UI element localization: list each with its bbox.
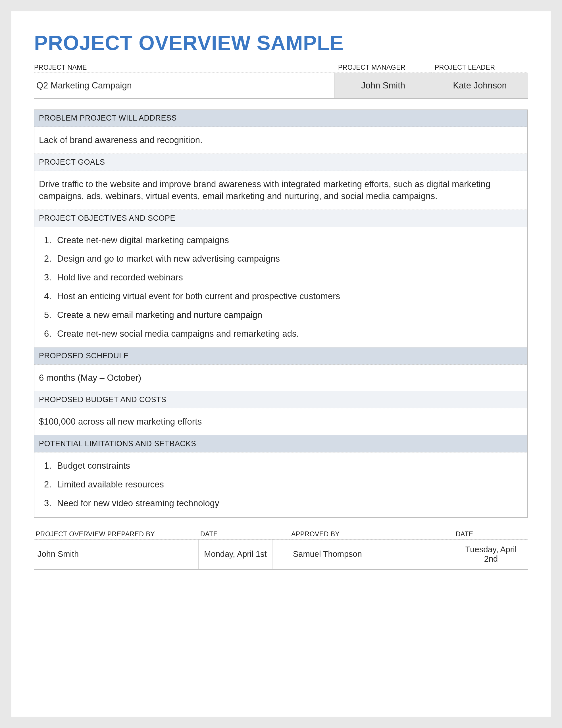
approved-date-value: Tuesday, April 2nd <box>454 539 528 569</box>
project-name-label: PROJECT NAME <box>34 63 335 73</box>
problem-body: Lack of brand awareness and recognition. <box>34 127 527 154</box>
project-overview-page: PROJECT OVERVIEW SAMPLE PROJECT NAME PRO… <box>11 11 551 717</box>
goals-body: Drive traffic to the website and improve… <box>34 171 527 210</box>
list-item: Create net-new digital marketing campaig… <box>34 231 527 250</box>
project-leader-value: Kate Johnson <box>431 73 528 98</box>
list-item: Host an enticing virtual event for both … <box>34 287 527 306</box>
spacer <box>273 539 289 569</box>
problem-header: PROBLEM PROJECT WILL ADDRESS <box>34 110 527 127</box>
project-manager-value: John Smith <box>335 73 431 98</box>
spacer <box>273 529 289 539</box>
signature-row: PROJECT OVERVIEW PREPARED BY DATE APPROV… <box>34 529 528 570</box>
budget-body: $100,000 across all new marketing effort… <box>34 408 527 435</box>
approved-by-value: Samuel Thompson <box>289 539 454 569</box>
list-item: Hold live and recorded webinars <box>34 268 527 287</box>
objectives-list: Create net-new digital marketing campaig… <box>34 227 527 347</box>
limitations-header: POTENTIAL LIMITATIONS AND SETBACKS <box>34 435 527 452</box>
list-item: Design and go to market with new adverti… <box>34 249 527 268</box>
list-item: Limited available resources <box>34 475 527 494</box>
schedule-body: 6 months (May – October) <box>34 365 527 391</box>
approved-date-label: DATE <box>454 529 528 539</box>
list-item: Need for new video streaming technology <box>34 494 527 513</box>
prepared-date-label: DATE <box>199 529 273 539</box>
project-leader-label: PROJECT LEADER <box>431 63 528 73</box>
approved-by-label: APPROVED BY <box>289 529 454 539</box>
prepared-date-value: Monday, April 1st <box>199 539 273 569</box>
list-item: Create net-new social media campaigns an… <box>34 324 527 343</box>
prepared-by-value: John Smith <box>34 539 199 569</box>
project-manager-label: PROJECT MANAGER <box>335 63 431 73</box>
project-info-row: PROJECT NAME PROJECT MANAGER PROJECT LEA… <box>34 63 528 99</box>
prepared-by-label: PROJECT OVERVIEW PREPARED BY <box>34 529 199 539</box>
objectives-header: PROJECT OBJECTIVES AND SCOPE <box>34 210 527 227</box>
budget-header: PROPOSED BUDGET AND COSTS <box>34 391 527 408</box>
project-name-value: Q2 Marketing Campaign <box>34 73 335 98</box>
schedule-header: PROPOSED SCHEDULE <box>34 347 527 365</box>
goals-header: PROJECT GOALS <box>34 154 527 171</box>
list-item: Budget constraints <box>34 456 527 475</box>
main-content-box: PROBLEM PROJECT WILL ADDRESS Lack of bra… <box>34 109 528 518</box>
list-item: Create a new email marketing and nurture… <box>34 306 527 324</box>
page-title: PROJECT OVERVIEW SAMPLE <box>34 31 528 55</box>
limitations-list: Budget constraints Limited available res… <box>34 452 527 517</box>
